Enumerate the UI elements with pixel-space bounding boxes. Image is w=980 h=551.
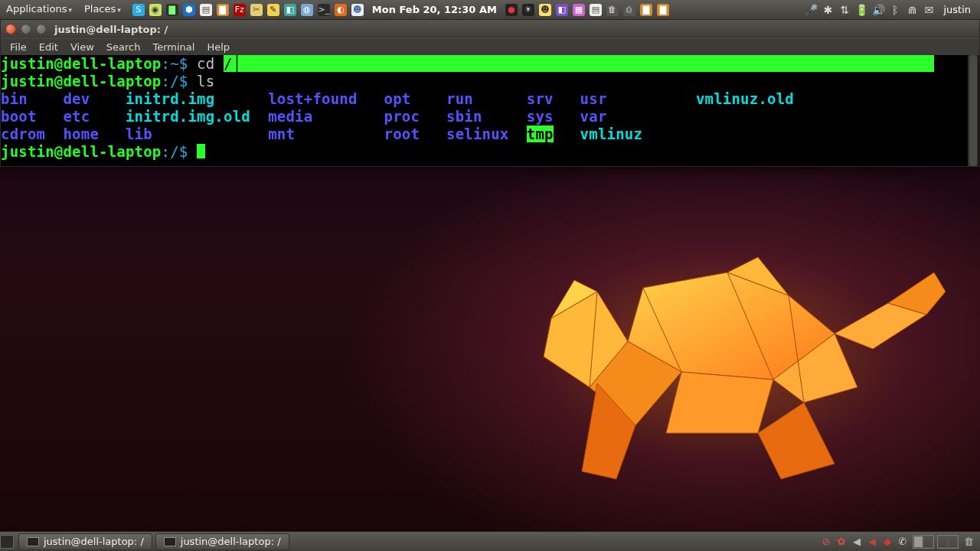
- minimize-icon[interactable]: [21, 24, 31, 34]
- trash-icon[interactable]: 🗑: [605, 0, 620, 20]
- bluetooth-2-icon[interactable]: ✱: [819, 4, 836, 16]
- bluetooth-icon[interactable]: ᛒ: [887, 4, 903, 16]
- svg-marker-3: [666, 372, 773, 433]
- terminal-output[interactable]: justin@dell-laptop:~$ cd /│ justin@dell-…: [1, 55, 979, 166]
- menu-places[interactable]: Places: [78, 0, 127, 20]
- mic-icon[interactable]: 🎤: [802, 4, 819, 16]
- teal-app-icon[interactable]: ◧: [283, 0, 298, 20]
- taskbar-item-2[interactable]: justin@dell-laptop: /: [155, 533, 289, 550]
- arrows-icon[interactable]: ⇅: [836, 4, 853, 16]
- terminal-menubar: File Edit View Search Terminal Help: [1, 38, 979, 55]
- menu-help[interactable]: Help: [201, 41, 236, 53]
- wifi-icon[interactable]: ⋒: [903, 4, 920, 16]
- doc-icon[interactable]: ▤: [198, 0, 214, 20]
- bottom-panel: justin@dell-laptop: / justin@dell-laptop…: [0, 531, 980, 551]
- close-icon[interactable]: [5, 24, 16, 34]
- phone-icon[interactable]: ✆: [896, 535, 910, 549]
- menu-file[interactable]: File: [4, 41, 33, 53]
- v1-icon[interactable]: ◀: [850, 535, 864, 549]
- monitor-icon[interactable]: ▇: [165, 0, 180, 20]
- terminal-cursor-icon: [197, 144, 205, 158]
- menu-view[interactable]: View: [64, 41, 100, 53]
- menu-applications[interactable]: Applications: [0, 0, 78, 20]
- taskbar-item-label: justin@dell-laptop: /: [44, 536, 144, 547]
- menu-edit[interactable]: Edit: [33, 41, 64, 53]
- filezilla-icon[interactable]: Fz: [232, 0, 247, 20]
- folder3-icon[interactable]: ▇: [655, 0, 671, 20]
- emoji-icon[interactable]: ☻: [537, 0, 553, 20]
- folder-icon[interactable]: ▇: [215, 0, 230, 20]
- purple-app-icon[interactable]: ◧: [554, 0, 570, 20]
- grid-icon[interactable]: ▦: [571, 0, 586, 20]
- notes-icon[interactable]: ✎: [266, 0, 281, 20]
- svg-marker-5: [758, 403, 835, 479]
- show-desktop-button[interactable]: [0, 535, 14, 549]
- scissors-icon[interactable]: ✂: [249, 0, 264, 20]
- window-title: justin@dell-laptop: /: [54, 24, 168, 35]
- folder2-icon[interactable]: ▇: [639, 0, 654, 20]
- top-panel: Applications Places S◉▇⬢▤▇Fz✂✎◧◍>_◐☻ Mon…: [0, 0, 980, 20]
- bottom-tray: ⊘✿◀◀◆✆ 🗑: [819, 535, 980, 549]
- terminal-scrollbar[interactable]: [968, 55, 978, 166]
- terminal-titlebar[interactable]: justin@dell-laptop: /: [1, 20, 979, 38]
- taskbar-item-1[interactable]: justin@dell-laptop: /: [18, 533, 152, 550]
- wallpaper-lynx-icon: [528, 249, 957, 502]
- nosign-icon[interactable]: ⊘: [819, 535, 833, 549]
- firefox-icon[interactable]: ◐: [333, 0, 348, 20]
- skype-icon[interactable]: S: [131, 0, 146, 20]
- weather-icon[interactable]: ☀: [521, 0, 536, 20]
- dropbox-icon[interactable]: ⬢: [181, 0, 197, 20]
- red-app-icon[interactable]: ✿: [835, 535, 848, 549]
- volume-icon[interactable]: 🔊: [870, 4, 887, 16]
- menu-search[interactable]: Search: [100, 41, 147, 53]
- workspace-switcher-2[interactable]: [937, 535, 959, 549]
- printer-icon[interactable]: ⎙: [622, 0, 637, 20]
- terminal-icon: [164, 537, 176, 546]
- taskbar-item-label: justin@dell-laptop: /: [181, 536, 281, 547]
- maximize-icon[interactable]: [36, 24, 47, 34]
- trash-tray-icon[interactable]: 🗑: [962, 535, 975, 549]
- battery-icon[interactable]: 🔋: [853, 4, 870, 16]
- clock[interactable]: Mon Feb 20, 12:30 AM: [366, 4, 503, 15]
- workspace-switcher[interactable]: [913, 535, 934, 549]
- v2-icon[interactable]: ◀: [865, 535, 879, 549]
- red-sq-icon[interactable]: ◆: [880, 535, 894, 549]
- chat-icon[interactable]: ☻: [350, 0, 365, 20]
- mail-icon[interactable]: ✉: [920, 4, 937, 16]
- scrollbar-thumb[interactable]: [969, 55, 977, 166]
- menu-terminal[interactable]: Terminal: [146, 41, 201, 53]
- page-icon[interactable]: ▤: [588, 0, 603, 20]
- blue-globe-icon[interactable]: ◍: [299, 0, 315, 20]
- recorder-icon[interactable]: ●: [504, 0, 519, 20]
- terminal-icon[interactable]: >_: [316, 0, 332, 20]
- terminal-icon: [27, 537, 39, 546]
- terminal-window: justin@dell-laptop: / File Edit View Sea…: [0, 20, 980, 167]
- generic-yel-icon[interactable]: ◉: [148, 0, 163, 20]
- user-menu[interactable]: justin: [937, 4, 977, 15]
